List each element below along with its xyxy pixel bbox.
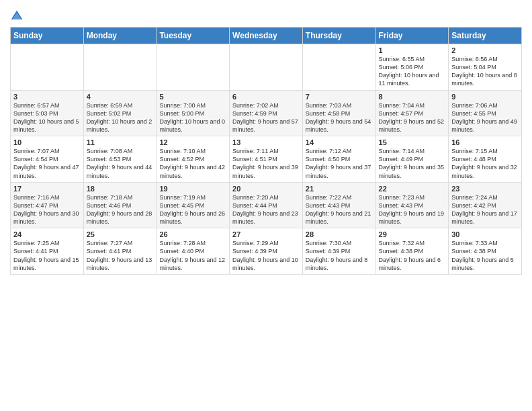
day-cell: 25Sunrise: 7:27 AMSunset: 4:41 PMDayligh… bbox=[83, 228, 157, 275]
day-cell: 27Sunrise: 7:29 AMSunset: 4:39 PMDayligh… bbox=[230, 228, 303, 275]
col-header-sunday: Sunday bbox=[11, 28, 84, 44]
day-cell: 3Sunrise: 6:57 AMSunset: 5:03 PMDaylight… bbox=[11, 90, 84, 136]
col-header-wednesday: Wednesday bbox=[230, 28, 303, 44]
day-cell: 30Sunrise: 7:33 AMSunset: 4:38 PMDayligh… bbox=[449, 228, 522, 275]
day-number: 23 bbox=[451, 185, 519, 193]
day-info: Sunrise: 7:11 AMSunset: 4:51 PMDaylight:… bbox=[232, 147, 300, 180]
day-cell: 12Sunrise: 7:10 AMSunset: 4:52 PMDayligh… bbox=[157, 136, 230, 183]
day-info: Sunrise: 7:33 AMSunset: 4:38 PMDaylight:… bbox=[451, 239, 519, 272]
day-info: Sunrise: 7:03 AMSunset: 4:58 PMDaylight:… bbox=[306, 101, 373, 134]
day-info: Sunrise: 7:12 AMSunset: 4:50 PMDaylight:… bbox=[306, 147, 373, 180]
day-number: 11 bbox=[87, 138, 154, 146]
day-cell: 2Sunrise: 6:56 AMSunset: 5:04 PMDaylight… bbox=[449, 44, 522, 91]
day-cell: 18Sunrise: 7:18 AMSunset: 4:46 PMDayligh… bbox=[83, 182, 157, 228]
day-number: 29 bbox=[379, 230, 446, 238]
day-number: 24 bbox=[13, 230, 81, 238]
day-info: Sunrise: 7:27 AMSunset: 4:41 PMDaylight:… bbox=[87, 239, 154, 272]
logo bbox=[10, 9, 26, 23]
day-cell: 20Sunrise: 7:20 AMSunset: 4:44 PMDayligh… bbox=[230, 182, 303, 228]
day-number: 9 bbox=[451, 93, 519, 101]
day-number: 21 bbox=[306, 185, 373, 193]
day-number: 22 bbox=[379, 185, 446, 193]
day-info: Sunrise: 7:32 AMSunset: 4:38 PMDaylight:… bbox=[379, 239, 446, 272]
day-info: Sunrise: 7:18 AMSunset: 4:46 PMDaylight:… bbox=[87, 193, 154, 226]
header bbox=[10, 7, 522, 23]
day-number: 8 bbox=[379, 93, 446, 101]
day-cell bbox=[157, 44, 230, 91]
day-cell: 29Sunrise: 7:32 AMSunset: 4:38 PMDayligh… bbox=[375, 228, 449, 275]
col-header-friday: Friday bbox=[375, 28, 449, 44]
day-info: Sunrise: 7:22 AMSunset: 4:43 PMDaylight:… bbox=[306, 193, 373, 226]
day-number: 7 bbox=[306, 93, 373, 101]
day-cell: 7Sunrise: 7:03 AMSunset: 4:58 PMDaylight… bbox=[302, 90, 375, 136]
day-number: 4 bbox=[87, 93, 154, 101]
day-number: 14 bbox=[306, 138, 373, 146]
calendar-table: SundayMondayTuesdayWednesdayThursdayFrid… bbox=[10, 27, 522, 275]
day-info: Sunrise: 6:56 AMSunset: 5:04 PMDaylight:… bbox=[451, 55, 519, 88]
day-number: 15 bbox=[379, 138, 446, 146]
day-info: Sunrise: 6:59 AMSunset: 5:02 PMDaylight:… bbox=[87, 101, 154, 134]
day-info: Sunrise: 7:28 AMSunset: 4:40 PMDaylight:… bbox=[159, 239, 226, 272]
day-cell bbox=[11, 44, 84, 91]
day-info: Sunrise: 7:24 AMSunset: 4:42 PMDaylight:… bbox=[451, 193, 519, 226]
col-header-monday: Monday bbox=[83, 28, 157, 44]
day-number: 6 bbox=[232, 93, 300, 101]
day-cell bbox=[230, 44, 303, 91]
day-info: Sunrise: 7:20 AMSunset: 4:44 PMDaylight:… bbox=[232, 193, 300, 226]
day-info: Sunrise: 7:19 AMSunset: 4:45 PMDaylight:… bbox=[159, 193, 226, 226]
day-cell: 23Sunrise: 7:24 AMSunset: 4:42 PMDayligh… bbox=[449, 182, 522, 228]
day-cell: 5Sunrise: 7:00 AMSunset: 5:00 PMDaylight… bbox=[157, 90, 230, 136]
day-number: 28 bbox=[306, 230, 373, 238]
day-info: Sunrise: 7:16 AMSunset: 4:47 PMDaylight:… bbox=[13, 193, 81, 226]
day-info: Sunrise: 7:29 AMSunset: 4:39 PMDaylight:… bbox=[232, 239, 300, 272]
day-cell: 10Sunrise: 7:07 AMSunset: 4:54 PMDayligh… bbox=[11, 136, 84, 183]
day-cell: 24Sunrise: 7:25 AMSunset: 4:41 PMDayligh… bbox=[11, 228, 84, 275]
day-number: 2 bbox=[451, 46, 519, 54]
day-number: 20 bbox=[232, 185, 300, 193]
day-cell bbox=[83, 44, 157, 91]
day-cell: 16Sunrise: 7:15 AMSunset: 4:48 PMDayligh… bbox=[449, 136, 522, 183]
day-cell: 28Sunrise: 7:30 AMSunset: 4:39 PMDayligh… bbox=[302, 228, 375, 275]
logo-icon bbox=[10, 9, 24, 23]
day-number: 16 bbox=[451, 138, 519, 146]
week-row-2: 3Sunrise: 6:57 AMSunset: 5:03 PMDaylight… bbox=[11, 90, 522, 136]
day-info: Sunrise: 7:30 AMSunset: 4:39 PMDaylight:… bbox=[306, 239, 373, 272]
day-info: Sunrise: 7:04 AMSunset: 4:57 PMDaylight:… bbox=[379, 101, 446, 134]
day-cell bbox=[302, 44, 375, 91]
day-cell: 6Sunrise: 7:02 AMSunset: 4:59 PMDaylight… bbox=[230, 90, 303, 136]
day-info: Sunrise: 6:57 AMSunset: 5:03 PMDaylight:… bbox=[13, 101, 81, 134]
day-cell: 8Sunrise: 7:04 AMSunset: 4:57 PMDaylight… bbox=[375, 90, 449, 136]
day-cell: 4Sunrise: 6:59 AMSunset: 5:02 PMDaylight… bbox=[83, 90, 157, 136]
day-number: 26 bbox=[159, 230, 226, 238]
col-header-tuesday: Tuesday bbox=[157, 28, 230, 44]
day-info: Sunrise: 7:02 AMSunset: 4:59 PMDaylight:… bbox=[232, 101, 300, 134]
day-number: 10 bbox=[13, 138, 81, 146]
day-info: Sunrise: 7:08 AMSunset: 4:53 PMDaylight:… bbox=[87, 147, 154, 180]
day-number: 17 bbox=[13, 185, 81, 193]
week-row-3: 10Sunrise: 7:07 AMSunset: 4:54 PMDayligh… bbox=[11, 136, 522, 183]
day-number: 25 bbox=[87, 230, 154, 238]
day-cell: 13Sunrise: 7:11 AMSunset: 4:51 PMDayligh… bbox=[230, 136, 303, 183]
day-number: 30 bbox=[451, 230, 519, 238]
day-number: 27 bbox=[232, 230, 300, 238]
day-cell: 9Sunrise: 7:06 AMSunset: 4:55 PMDaylight… bbox=[449, 90, 522, 136]
week-row-1: 1Sunrise: 6:55 AMSunset: 5:06 PMDaylight… bbox=[11, 44, 522, 91]
day-info: Sunrise: 7:15 AMSunset: 4:48 PMDaylight:… bbox=[451, 147, 519, 180]
day-cell: 19Sunrise: 7:19 AMSunset: 4:45 PMDayligh… bbox=[157, 182, 230, 228]
week-row-4: 17Sunrise: 7:16 AMSunset: 4:47 PMDayligh… bbox=[11, 182, 522, 228]
day-cell: 15Sunrise: 7:14 AMSunset: 4:49 PMDayligh… bbox=[375, 136, 449, 183]
day-number: 18 bbox=[87, 185, 154, 193]
day-cell: 26Sunrise: 7:28 AMSunset: 4:40 PMDayligh… bbox=[157, 228, 230, 275]
col-header-thursday: Thursday bbox=[302, 28, 375, 44]
day-info: Sunrise: 7:25 AMSunset: 4:41 PMDaylight:… bbox=[13, 239, 81, 272]
day-info: Sunrise: 7:07 AMSunset: 4:54 PMDaylight:… bbox=[13, 147, 81, 180]
day-cell: 11Sunrise: 7:08 AMSunset: 4:53 PMDayligh… bbox=[83, 136, 157, 183]
day-number: 1 bbox=[379, 46, 446, 54]
day-cell: 1Sunrise: 6:55 AMSunset: 5:06 PMDaylight… bbox=[375, 44, 449, 91]
week-row-5: 24Sunrise: 7:25 AMSunset: 4:41 PMDayligh… bbox=[11, 228, 522, 275]
day-cell: 22Sunrise: 7:23 AMSunset: 4:43 PMDayligh… bbox=[375, 182, 449, 228]
day-info: Sunrise: 7:06 AMSunset: 4:55 PMDaylight:… bbox=[451, 101, 519, 134]
day-cell: 21Sunrise: 7:22 AMSunset: 4:43 PMDayligh… bbox=[302, 182, 375, 228]
col-header-saturday: Saturday bbox=[449, 28, 522, 44]
day-info: Sunrise: 7:14 AMSunset: 4:49 PMDaylight:… bbox=[379, 147, 446, 180]
